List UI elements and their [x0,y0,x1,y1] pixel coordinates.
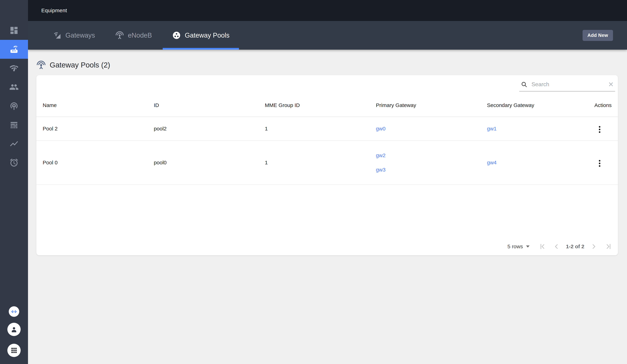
column-header-mme-group-id: MME Group ID [259,93,370,117]
chevron-left-icon [553,243,560,250]
sidebar-nav [0,21,28,172]
tab-gateway-pools[interactable]: Gateway Pools [163,21,239,50]
tab-label: Gateway Pools [185,32,229,39]
sidebar-item-logs[interactable] [0,115,28,134]
last-page-icon [605,243,612,250]
search-icon [521,81,528,88]
account-button[interactable] [7,323,21,336]
gateway-pools-card: ✕ Name ID MME Group ID Primary Gateway S… [36,75,618,255]
add-new-button[interactable]: Add New [582,30,613,41]
cell-wifi-icon [53,31,62,40]
logs-icon [9,120,19,130]
sidebar-footer [0,306,28,357]
sidebar-item-metrics[interactable] [0,134,28,153]
code-icon [10,308,18,316]
mme-group-id: 1 [259,140,370,185]
topbar: Equipment [28,0,627,21]
rows-per-page-select[interactable]: 5 rows [508,244,523,249]
tab-enodeb[interactable]: eNodeB [106,21,161,50]
api-button[interactable] [9,306,19,317]
table-row: Pool 2 pool2 1 gw0 gw1 [36,117,618,140]
sidebar [0,0,28,364]
table-row: Pool 0 pool0 1 gw2 gw3 gw4 [36,140,618,185]
column-header-primary-gateway: Primary Gateway [370,93,481,117]
column-header-actions: Actions [592,93,618,117]
column-header-id: ID [148,93,259,117]
mme-group-id: 1 [259,117,370,140]
antenna-icon [36,60,46,70]
page-heading: Gateway Pools (2) [36,60,627,70]
sidebar-item-network[interactable] [0,59,28,78]
network-check-icon [9,63,19,73]
chevron-down-icon[interactable] [526,245,529,248]
sidebar-item-dashboard[interactable] [0,21,28,40]
sidebar-item-subscribers[interactable] [0,78,28,96]
table-header-row: Name ID MME Group ID Primary Gateway Sec… [36,93,618,117]
primary-gateway-link[interactable]: gw3 [376,167,386,173]
dashboard-icon [9,26,19,35]
sidebar-item-alerts[interactable] [0,153,28,172]
apps-button[interactable] [7,344,21,357]
previous-page-button[interactable] [553,243,560,250]
people-icon [9,82,19,92]
last-page-button[interactable] [605,243,612,250]
router-icon [9,45,19,54]
secondary-gateway-link[interactable]: gw4 [487,160,497,165]
pool-id: pool2 [148,117,259,140]
spacer [376,158,481,167]
apps-grid-icon [10,347,18,354]
group-work-icon [172,31,181,40]
chevron-right-icon [590,243,598,250]
column-header-name: Name [36,93,148,117]
first-page-button[interactable] [539,243,546,250]
clear-search-icon[interactable]: ✕ [607,81,614,88]
alarm-icon [9,158,19,167]
table-pagination: 5 rows 1-2 of 2 [36,238,618,255]
page-section-title: Equipment [41,7,67,13]
secondary-gateway-link[interactable]: gw1 [487,126,497,132]
primary-gateway-link[interactable]: gw0 [376,126,386,132]
row-actions-menu-icon[interactable] [597,124,603,135]
tab-label: Gateways [65,32,95,39]
chart-icon [9,139,19,148]
tab-gateways[interactable]: Gateways [43,21,104,50]
column-header-secondary-gateway: Secondary Gateway [481,93,592,117]
search-box: ✕ [519,81,615,91]
tab-label: eNodeB [128,32,152,39]
first-page-icon [539,243,546,250]
pool-id: pool0 [148,140,259,185]
wifi-tethering-icon [9,101,19,111]
search-row: ✕ [36,75,618,91]
sidebar-item-tethering[interactable] [0,96,28,115]
row-actions-menu-icon[interactable] [597,158,603,169]
page-title: Gateway Pools (2) [50,61,110,69]
next-page-button[interactable] [590,243,598,250]
gateway-pools-table: Name ID MME Group ID Primary Gateway Sec… [36,93,618,185]
person-icon [10,325,18,333]
tabbar: Gateways eNodeB Gateway Pools Add New [28,21,627,50]
pool-name: Pool 2 [36,117,148,140]
antenna-icon [115,31,124,40]
sidebar-item-equipment[interactable] [0,40,28,59]
pagination-range-label: 1-2 of 2 [566,244,584,249]
pool-name: Pool 0 [36,140,148,185]
primary-gateway-link[interactable]: gw2 [376,152,386,158]
search-input[interactable] [531,81,604,88]
main-content: Gateway Pools (2) ✕ Name ID MME Group ID… [28,50,627,364]
